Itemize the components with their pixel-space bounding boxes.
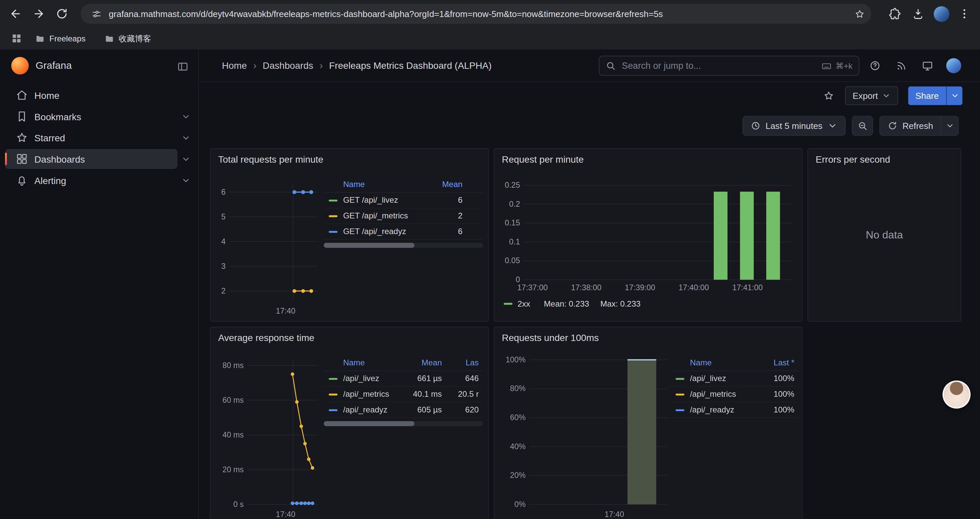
sidebar-link-bookmarks[interactable]: Bookmarks bbox=[5, 107, 177, 126]
breadcrumb: Home › Dashboards › Freeleaps Metrics Da… bbox=[222, 60, 492, 71]
series-2xx[interactable] bbox=[714, 192, 780, 280]
display-monitor-icon[interactable] bbox=[918, 56, 938, 76]
legend-col-las[interactable]: Las bbox=[466, 358, 479, 367]
series-name[interactable]: 2xx bbox=[517, 299, 530, 308]
legend-row[interactable]: GET /api/_readyz6 bbox=[324, 224, 483, 240]
legend-col-name[interactable]: Name bbox=[690, 358, 712, 367]
time-range-label: Last 5 minutes bbox=[765, 121, 822, 131]
downloads-icon[interactable] bbox=[908, 4, 927, 23]
series-name[interactable]: GET /api/_readyz bbox=[343, 227, 406, 236]
sidebar-link-home[interactable]: Home bbox=[5, 85, 194, 105]
site-settings-icon[interactable] bbox=[88, 6, 104, 22]
help-icon[interactable] bbox=[865, 56, 885, 76]
breadcrumb-dashboards[interactable]: Dashboards bbox=[263, 60, 313, 71]
browser-menu-kebab-icon[interactable] bbox=[955, 4, 974, 23]
series-last: 100% bbox=[773, 389, 794, 398]
bookmark-folder-freeleaps[interactable]: Freeleaps bbox=[30, 31, 91, 46]
series-name[interactable]: /api/_readyz bbox=[690, 405, 735, 414]
folder-icon bbox=[35, 34, 45, 43]
series-GET /api/_metrics[interactable] bbox=[293, 289, 313, 293]
apps-grid-icon[interactable] bbox=[7, 30, 25, 47]
legend-scrollbar[interactable] bbox=[324, 421, 483, 426]
sidebar-item-label: Home bbox=[34, 90, 59, 101]
axis-tick-label: 80% bbox=[510, 384, 526, 393]
scrollbar-thumb[interactable] bbox=[324, 421, 415, 426]
bookmark-folder-blog[interactable]: 收藏博客 bbox=[99, 30, 156, 47]
series-name[interactable]: /api/_readyz bbox=[343, 405, 388, 414]
url-bar[interactable]: grafana.mathmast.com/d/deytv4rwavabkb/fr… bbox=[81, 4, 871, 24]
favorite-star-icon[interactable] bbox=[819, 86, 839, 106]
series-name[interactable]: /api/_metrics bbox=[690, 389, 736, 398]
legend-col-name[interactable]: Name bbox=[343, 180, 365, 189]
chevron-down-icon[interactable] bbox=[177, 108, 194, 125]
bar[interactable] bbox=[627, 360, 656, 504]
bar[interactable] bbox=[740, 192, 754, 280]
legend-row[interactable]: GET /api/_livez6 bbox=[324, 193, 483, 208]
legend-row[interactable]: /api/_metrics100% bbox=[670, 387, 799, 402]
reload-icon[interactable] bbox=[52, 4, 71, 23]
share-menu-chevron-icon[interactable] bbox=[946, 86, 963, 105]
legend-row[interactable]: /api/_metrics40.1 ms20.5 r bbox=[324, 387, 483, 402]
floating-assistant-avatar[interactable] bbox=[943, 380, 970, 409]
series-mean: 2 bbox=[458, 211, 463, 220]
user-avatar[interactable] bbox=[943, 56, 964, 76]
axis-tick-label: 17:40:00 bbox=[678, 283, 709, 292]
back-icon[interactable] bbox=[6, 4, 25, 23]
legend-scrollbar[interactable] bbox=[324, 243, 483, 248]
series-name[interactable]: GET /api/_livez bbox=[343, 195, 398, 205]
refresh-button[interactable]: Refresh bbox=[880, 117, 941, 135]
scrollbar-thumb[interactable] bbox=[324, 243, 415, 248]
axis-tick-label: 20% bbox=[510, 471, 526, 480]
legend-row[interactable]: GET /api/_metrics2 bbox=[324, 208, 483, 224]
bar-chart[interactable]: 0.250.20.150.10.05017:37:0017:38:0017:39… bbox=[494, 149, 803, 322]
chevron-down-icon[interactable] bbox=[177, 151, 194, 167]
chevron-down-icon bbox=[827, 121, 838, 131]
bar[interactable] bbox=[766, 192, 780, 280]
sidebar-link-starred[interactable]: Starred bbox=[5, 128, 177, 148]
bookmark-star-icon[interactable] bbox=[851, 6, 868, 22]
refresh-interval-chevron-icon[interactable] bbox=[941, 117, 958, 135]
series-name[interactable]: /api/_metrics bbox=[343, 389, 389, 398]
legend-col-name[interactable]: Name bbox=[343, 358, 365, 367]
legend-row[interactable]: 2xxMean: 0.233Max: 0.233 bbox=[504, 299, 652, 308]
legend-row[interactable]: /api/_livez100% bbox=[670, 371, 799, 387]
sidebar-dock-icon[interactable] bbox=[175, 58, 191, 75]
news-rss-icon[interactable] bbox=[891, 56, 911, 76]
share-button[interactable]: Share bbox=[908, 86, 946, 105]
axis-tick-label: 20 ms bbox=[223, 465, 244, 474]
forward-icon[interactable] bbox=[29, 4, 48, 23]
zoom-out-icon[interactable] bbox=[852, 116, 873, 136]
browser-toolbar: grafana.mathmast.com/d/deytv4rwavabkb/fr… bbox=[0, 0, 980, 27]
export-button[interactable]: Export bbox=[845, 86, 898, 105]
search-input[interactable] bbox=[621, 60, 819, 72]
bookmark-label: 收藏博客 bbox=[119, 33, 151, 44]
legend-col-mean[interactable]: Mean bbox=[442, 180, 463, 189]
sidebar-item-label: Bookmarks bbox=[34, 111, 81, 122]
sidebar-link-alerting[interactable]: Alerting bbox=[5, 170, 177, 190]
max-stat: Max: 0.233 bbox=[600, 299, 641, 308]
breadcrumb-separator: › bbox=[253, 60, 256, 71]
sidebar: Grafana HomeBookmarksStarredDashboardsAl… bbox=[0, 50, 199, 519]
legend-col-mean[interactable]: Mean bbox=[422, 358, 442, 367]
series-name[interactable]: /api/_livez bbox=[343, 374, 379, 383]
legend-row[interactable]: /api/_livez661 µs646 bbox=[324, 371, 483, 387]
time-range-picker[interactable]: Last 5 minutes bbox=[743, 116, 846, 136]
legend-row[interactable]: /api/_readyz100% bbox=[670, 402, 799, 418]
url-text[interactable]: grafana.mathmast.com/d/deytv4rwavabkb/fr… bbox=[109, 9, 851, 19]
legend-row[interactable]: /api/_readyz605 µs620 bbox=[324, 402, 483, 418]
chevron-down-icon[interactable] bbox=[177, 172, 194, 188]
clock-icon bbox=[751, 121, 760, 131]
series-name[interactable]: GET /api/_metrics bbox=[343, 211, 408, 220]
bar[interactable] bbox=[714, 192, 727, 280]
extensions-icon[interactable] bbox=[886, 4, 904, 23]
search-box[interactable]: ⌘+k bbox=[599, 56, 859, 76]
series-/api/_metrics[interactable] bbox=[291, 372, 314, 469]
series-GET /api/_readyz[interactable] bbox=[293, 190, 313, 194]
browser-profile-avatar[interactable] bbox=[932, 4, 951, 23]
sidebar-link-dashboards[interactable]: Dashboards bbox=[5, 149, 177, 169]
series-name[interactable]: /api/_livez bbox=[690, 374, 726, 383]
breadcrumb-home[interactable]: Home bbox=[222, 60, 247, 71]
chevron-down-icon[interactable] bbox=[177, 129, 194, 146]
legend-col-last[interactable]: Last * bbox=[773, 358, 794, 367]
axis-tick-label: 17:40 bbox=[276, 307, 296, 315]
